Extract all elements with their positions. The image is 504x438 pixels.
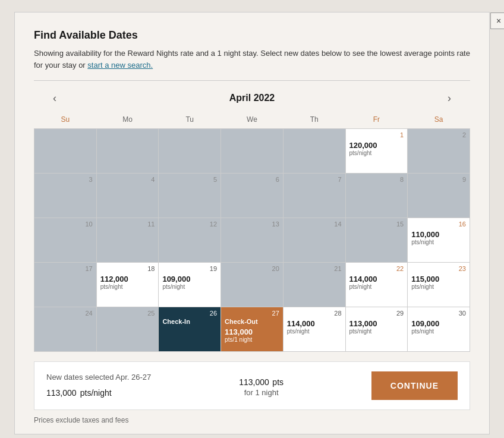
day-number: 6 bbox=[225, 176, 279, 183]
new-dates-label: New dates selected Apr. 26-27 bbox=[46, 373, 151, 382]
calendar-cell[interactable]: 22114,000pts/night bbox=[345, 263, 408, 307]
day-number: 1 bbox=[349, 131, 404, 138]
pts-label: pts/1 night bbox=[225, 336, 279, 343]
day-number: 27 bbox=[225, 310, 279, 317]
day-number: 4 bbox=[100, 176, 155, 183]
pts-value: 113,000 bbox=[225, 327, 279, 336]
calendar-cell: 2 bbox=[408, 129, 470, 174]
calendar-cell bbox=[96, 129, 159, 174]
pts-label: pts/night bbox=[349, 328, 404, 335]
day-number: 19 bbox=[162, 265, 217, 272]
nights-label: for 1 night bbox=[239, 388, 284, 397]
footer-note: Prices exclude taxes and fees bbox=[34, 410, 470, 434]
calendar-cell: 14 bbox=[283, 218, 345, 263]
day-number: 20 bbox=[225, 265, 279, 272]
day-number: 21 bbox=[287, 265, 342, 272]
calendar-cell: 10 bbox=[34, 218, 97, 263]
pts-value: 113,000 bbox=[349, 319, 404, 328]
pts-value: 114,000 bbox=[349, 275, 404, 283]
pts-label: pts/night bbox=[100, 283, 155, 290]
pts-value: 109,000 bbox=[411, 319, 466, 328]
total-pts-display: 113,000 pts bbox=[239, 374, 284, 388]
calendar-cell: 3 bbox=[34, 174, 97, 218]
weekday-header-row: SuMoTuWeThFrSa bbox=[34, 113, 470, 129]
calendar-cell[interactable]: 26Check-In bbox=[159, 307, 221, 352]
calendar-cell[interactable]: 19109,000pts/night bbox=[159, 263, 221, 307]
calendar-cell: 21 bbox=[283, 263, 345, 307]
day-number: 11 bbox=[100, 220, 155, 228]
calendar-week-row: 3456789 bbox=[34, 174, 470, 218]
pts-label: pts/night bbox=[411, 328, 466, 335]
day-number: 3 bbox=[38, 176, 93, 183]
calendar-body: 1120,000pts/night23456789101112131415161… bbox=[34, 129, 470, 352]
day-number: 13 bbox=[225, 220, 279, 228]
calendar-cell: 8 bbox=[345, 174, 408, 218]
day-number: 5 bbox=[162, 176, 217, 183]
weekday-label: Th bbox=[283, 113, 345, 129]
checkout-label: Check-Out bbox=[225, 318, 279, 325]
calendar-cell[interactable]: 30109,000pts/night bbox=[408, 307, 470, 352]
month-title: April 2022 bbox=[229, 93, 275, 103]
calendar-cell[interactable]: 27Check-Out113,000pts/1 night bbox=[221, 307, 284, 352]
pts-value: 120,000 bbox=[349, 141, 404, 150]
calendar-cell: 24 bbox=[34, 307, 97, 352]
day-number: 12 bbox=[162, 220, 217, 228]
day-number: 8 bbox=[349, 176, 404, 183]
checkin-label: Check-In bbox=[162, 318, 217, 325]
day-number: 10 bbox=[38, 220, 93, 228]
day-number: 16 bbox=[411, 220, 466, 228]
calendar-cell[interactable]: 16110,000pts/night bbox=[408, 218, 470, 263]
day-number: 29 bbox=[349, 310, 404, 317]
close-button[interactable]: × bbox=[490, 12, 504, 29]
calendar-header: ‹ April 2022 › bbox=[34, 93, 470, 103]
calendar-cell[interactable]: 28114,000pts/night bbox=[283, 307, 345, 352]
day-number: 17 bbox=[38, 265, 93, 272]
bottom-center: 113,000 pts for 1 night bbox=[239, 374, 284, 397]
day-number: 30 bbox=[411, 310, 466, 317]
day-number: 14 bbox=[287, 220, 342, 228]
day-number: 22 bbox=[349, 265, 404, 272]
pts-label: pts/night bbox=[287, 328, 342, 335]
modal-title: Find Available Dates bbox=[34, 29, 470, 42]
bottom-bar: New dates selected Apr. 26-27 113,000 pt… bbox=[34, 361, 470, 410]
weekday-label: Fr bbox=[345, 113, 408, 129]
day-number: 28 bbox=[287, 310, 342, 317]
day-number: 7 bbox=[287, 176, 342, 183]
calendar-week-row: 242526Check-In27Check-Out113,000pts/1 ni… bbox=[34, 307, 470, 352]
next-month-button[interactable]: › bbox=[440, 90, 458, 107]
day-number: 26 bbox=[162, 310, 217, 317]
calendar-week-row: 10111213141516110,000pts/night bbox=[34, 218, 470, 263]
day-number: 24 bbox=[38, 310, 93, 317]
calendar-cell bbox=[283, 129, 345, 174]
calendar-cell[interactable]: 1120,000pts/night bbox=[345, 129, 408, 174]
weekday-label: Sa bbox=[408, 113, 470, 129]
calendar-cell bbox=[221, 129, 284, 174]
continue-button[interactable]: CONTINUE bbox=[371, 371, 458, 400]
day-number: 18 bbox=[100, 265, 155, 272]
calendar-cell[interactable]: 18112,000pts/night bbox=[96, 263, 159, 307]
calendar-cell: 6 bbox=[221, 174, 284, 218]
pts-label: pts/night bbox=[349, 283, 404, 290]
weekday-label: Tu bbox=[159, 113, 221, 129]
calendar-cell[interactable]: 29113,000pts/night bbox=[345, 307, 408, 352]
calendar-cell: 17 bbox=[34, 263, 97, 307]
divider bbox=[34, 80, 470, 81]
day-number: 23 bbox=[411, 265, 466, 272]
modal: × Find Available Dates Showing availabil… bbox=[14, 12, 490, 434]
calendar-cell: 11 bbox=[96, 218, 159, 263]
new-search-link[interactable]: start a new search. bbox=[87, 61, 153, 70]
day-number: 9 bbox=[411, 176, 466, 183]
calendar-cell: 13 bbox=[221, 218, 284, 263]
calendar-cell: 4 bbox=[96, 174, 159, 218]
calendar-cell: 20 bbox=[221, 263, 284, 307]
calendar-cell[interactable]: 23115,000pts/night bbox=[408, 263, 470, 307]
prev-month-button[interactable]: ‹ bbox=[46, 90, 64, 107]
pts-value: 109,000 bbox=[162, 275, 217, 283]
calendar-cell: 7 bbox=[283, 174, 345, 218]
pts-night-display: 113,000 pts/night bbox=[46, 384, 151, 399]
pts-label: pts/night bbox=[349, 150, 404, 156]
calendar-table: SuMoTuWeThFrSa 1120,000pts/night23456789… bbox=[34, 113, 470, 352]
pts-label: pts/night bbox=[162, 283, 217, 290]
pts-value: 112,000 bbox=[100, 275, 155, 283]
calendar-cell bbox=[159, 129, 221, 174]
